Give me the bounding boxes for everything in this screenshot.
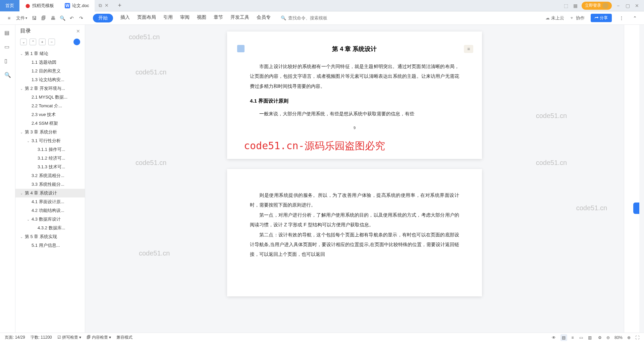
zoom-in-icon[interactable]: ⊕ <box>627 335 631 340</box>
toc-item[interactable]: 2.3 vue 技术 <box>15 110 85 119</box>
bookmark-icon[interactable]: ▯ <box>4 58 11 64</box>
maximize-icon[interactable]: ▢ <box>625 3 631 8</box>
toc-item-label: 第 2 章 开发环境与... <box>25 86 65 92</box>
toc-item[interactable]: 3.3 系统性能分... <box>15 180 85 189</box>
tab-controls: ⧉ ✕ <box>95 3 113 8</box>
view-read-icon[interactable]: ▥ <box>587 334 593 341</box>
view-outline-icon[interactable]: ≡ <box>569 334 576 341</box>
share-button[interactable]: ⮫ 分享 <box>591 14 612 22</box>
toc-item[interactable]: ⌄4.3 数据库设计 <box>15 215 85 224</box>
content-check[interactable]: 🗐 内容检查 ▾ <box>87 335 111 340</box>
toc-item-label: 第 4 章 系统设计 <box>25 190 57 196</box>
search-input[interactable] <box>288 15 335 20</box>
ribbon-dev[interactable]: 开发工具 <box>230 14 249 22</box>
tag-icon[interactable]: ▭ <box>4 44 11 50</box>
login-button[interactable]: 立即登录 <box>582 2 612 10</box>
eye-icon[interactable]: 👁 <box>552 335 556 340</box>
toc-item[interactable]: 2.2 Tomcat 介... <box>15 102 85 110</box>
collapse-all-icon[interactable]: ⌄ <box>20 39 27 45</box>
toc-item[interactable]: 3.1.3 技术可... <box>15 163 85 171</box>
word-count[interactable]: 字数: 11200 <box>31 335 52 340</box>
toc-item[interactable]: 3.1.1 操作可... <box>15 145 85 154</box>
toc-item[interactable]: 3.2 系统流程分... <box>15 171 85 180</box>
preview-icon[interactable]: 🔍 <box>59 14 66 22</box>
remove-item-icon[interactable]: − <box>48 39 55 45</box>
zoom-settings-icon[interactable]: ⚙ <box>598 335 602 340</box>
collab-button[interactable]: ᯤ 协作 <box>570 15 585 21</box>
ribbon-member[interactable]: 会员专 <box>257 14 271 22</box>
toc-item[interactable]: 1.3 论文结构安... <box>15 75 85 84</box>
zoom-out-icon[interactable]: ⊖ <box>606 335 610 340</box>
toc-item[interactable]: 5.1 用户信息... <box>15 241 85 250</box>
command-search[interactable]: 🔍 <box>281 15 335 20</box>
tab-split-icon[interactable]: ⧉ <box>99 3 102 8</box>
body-para: 第二点：设计有效的导航，这个包括每个页面上都有导航条的显示，有时也可以在页面的底… <box>250 230 459 260</box>
redo-icon[interactable]: ↷ <box>77 14 85 22</box>
tab-document[interactable]: W 论文.doc <box>59 0 95 11</box>
toc-item[interactable]: 4.3.2 数据库... <box>15 224 85 232</box>
ribbon-chapter[interactable]: 章节 <box>214 14 223 22</box>
saveas-icon[interactable]: 🗐 <box>40 14 47 22</box>
tab-home[interactable]: 首页 <box>0 0 19 11</box>
zoom-value[interactable]: 80% <box>614 335 623 340</box>
tab-close-icon[interactable]: ✕ <box>105 3 109 8</box>
outline-icon[interactable]: ▤ <box>4 30 11 36</box>
expand-all-icon[interactable]: ⌃ <box>30 39 36 45</box>
spellcheck[interactable]: ☑ 拼写检查 ▾ <box>57 335 82 340</box>
fullscreen-icon[interactable]: ⛶ <box>635 335 639 340</box>
chevron-down-icon: ⌄ <box>20 235 23 239</box>
outline-close-icon[interactable]: ✕ <box>76 28 80 34</box>
sync-icon[interactable] <box>73 39 80 45</box>
toc-item[interactable]: ⌄3.1 可行性分析 <box>15 136 85 145</box>
document-area[interactable]: ≡ 第 4 章 系统设计 市面上设计比较好的系统都有一个共同特征，就是主题鲜明突… <box>85 25 624 333</box>
apps-icon[interactable]: ▦ <box>572 3 578 8</box>
page-menu-icon[interactable]: ≡ <box>464 45 473 53</box>
page-doc-icon[interactable] <box>237 45 245 52</box>
ribbon-ref[interactable]: 引用 <box>163 14 173 22</box>
toc-item[interactable]: ⌄第 1 章 绪论 <box>15 49 85 58</box>
layout-icon[interactable]: ⬚ <box>563 3 569 8</box>
toc-item-label: 第 3 章 系统分析 <box>25 129 57 135</box>
search-rail-icon[interactable]: 🔍 <box>4 72 11 78</box>
toc-item[interactable]: ⌄第 4 章 系统设计 <box>15 189 85 197</box>
toc-item[interactable]: ⌄第 3 章 系统分析 <box>15 128 85 136</box>
collapse-ribbon-icon[interactable]: ⌃ <box>631 14 639 22</box>
toc-item-label: 3.3 系统性能分... <box>32 181 64 187</box>
ribbon-insert[interactable]: 插入 <box>120 14 130 22</box>
toc-item[interactable]: 2.1 MYSQL 数据... <box>15 93 85 102</box>
scrollbar[interactable] <box>639 25 644 333</box>
cloud-status[interactable]: ☁ 未上云 <box>545 15 564 21</box>
toc-item[interactable]: 2.4 SSM 框架 <box>15 119 85 128</box>
chapter-title: 第 4 章 系统设计 <box>250 45 459 53</box>
more-icon[interactable]: ⋮ <box>618 14 625 22</box>
save-icon[interactable]: 🖫 <box>31 14 38 22</box>
body-para: 则是使用系统提供的服务。所以，为了改善用户体验，提高系统的使用率，在对系统界面设… <box>250 190 459 210</box>
toc-item[interactable]: ⌄第 2 章 开发环境与... <box>15 84 85 93</box>
tab-add[interactable]: + <box>113 0 127 11</box>
chevron-down-icon: ⌄ <box>20 52 23 56</box>
view-page-icon[interactable]: ▤ <box>560 334 567 341</box>
compat-mode[interactable]: 兼容模式 <box>116 335 132 340</box>
ribbon-view[interactable]: 视图 <box>197 14 206 22</box>
page-indicator[interactable]: 页面: 14/29 <box>5 335 25 340</box>
side-handle[interactable] <box>633 203 639 214</box>
ribbon-start[interactable]: 开始 <box>93 14 113 22</box>
toc-item[interactable]: 4.2 功能结构设... <box>15 206 85 215</box>
print-icon[interactable]: 🖶 <box>49 14 57 22</box>
toc-item[interactable]: ⌄第 5 章 系统实现 <box>15 232 85 241</box>
menu-icon[interactable]: ≡ <box>5 14 13 22</box>
file-menu[interactable]: 文件 ▾ <box>15 15 29 21</box>
tab-template[interactable]: ⬤ 找稻壳模板 <box>19 0 59 11</box>
toc-item[interactable]: 1.2 目的和意义 <box>15 67 85 75</box>
ribbon-layout[interactable]: 页面布局 <box>137 14 156 22</box>
toc-item[interactable]: 3.1.2 经济可... <box>15 154 85 163</box>
toc-item[interactable]: 4.1 界面设计原... <box>15 197 85 206</box>
toc-item[interactable]: 1.1 选题动因 <box>15 58 85 67</box>
toc-item-label: 4.3.2 数据库... <box>38 225 65 231</box>
close-icon[interactable]: ✕ <box>634 3 640 8</box>
ribbon-review[interactable]: 审阅 <box>180 14 190 22</box>
undo-icon[interactable]: ↶ <box>68 14 75 22</box>
view-web-icon[interactable]: ▭ <box>578 334 585 341</box>
add-item-icon[interactable]: + <box>39 39 46 45</box>
minimize-icon[interactable]: − <box>615 3 621 8</box>
